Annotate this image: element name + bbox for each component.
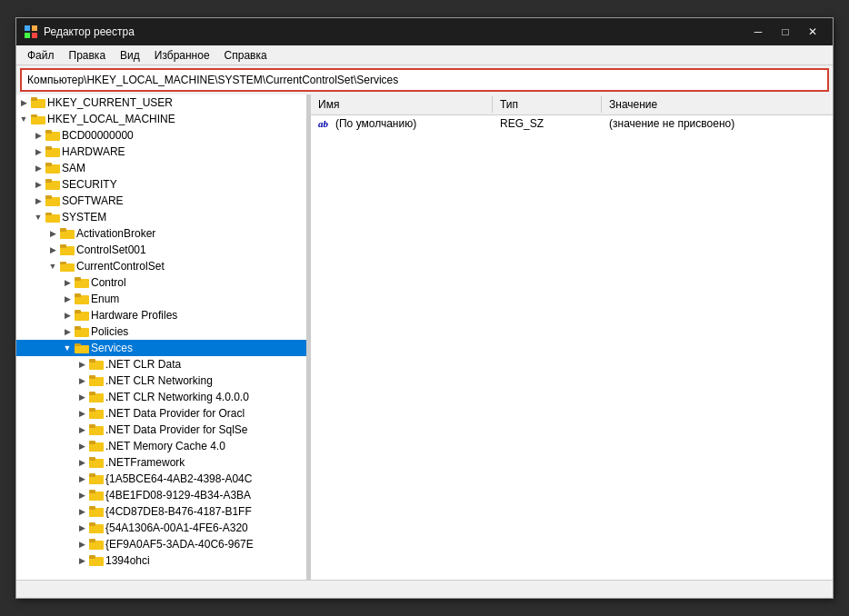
expander-ohci[interactable]: ▶ bbox=[75, 553, 89, 568]
address-bar[interactable]: Компьютер\HKEY_LOCAL_MACHINE\SYSTEM\Curr… bbox=[20, 68, 829, 92]
tree-item-ohci[interactable]: ▶ 1394ohci bbox=[16, 552, 306, 569]
title-buttons: ─ □ ✕ bbox=[745, 23, 825, 41]
folder-icon bbox=[45, 194, 60, 207]
expander-policies[interactable]: ▶ bbox=[60, 324, 75, 339]
tree-item-services[interactable]: ▼ Services bbox=[16, 340, 306, 356]
expander-netdataoracle[interactable]: ▶ bbox=[75, 406, 89, 421]
expander-guid5[interactable]: ▶ bbox=[75, 537, 89, 551]
expander-enum[interactable]: ▶ bbox=[60, 292, 75, 306]
svg-rect-28 bbox=[61, 264, 74, 271]
tree-item-netframework[interactable]: ▶ .NETFramework bbox=[16, 454, 306, 471]
menu-item-правка[interactable]: Правка bbox=[62, 47, 114, 64]
cell-name: ab(По умолчанию) bbox=[311, 116, 493, 131]
tree-item-enum[interactable]: ▶ Enum bbox=[16, 291, 306, 307]
svg-rect-21 bbox=[46, 215, 59, 222]
svg-rect-61 bbox=[89, 522, 95, 526]
menu-item-избранное[interactable]: Избранное bbox=[147, 47, 217, 64]
tree-label-guid4: {54A1306A-00A1-4FE6-A320 bbox=[105, 522, 248, 534]
tree-item-guid4[interactable]: ▶ {54A1306A-00A1-4FE6-A320 bbox=[16, 520, 306, 536]
svg-rect-7 bbox=[31, 114, 37, 117]
expander-security[interactable]: ▶ bbox=[31, 177, 45, 192]
expander-currentcontrolset[interactable]: ▼ bbox=[45, 259, 60, 273]
expander-guid3[interactable]: ▶ bbox=[75, 504, 89, 519]
expander-netclrdata[interactable]: ▶ bbox=[75, 357, 89, 372]
svg-rect-0 bbox=[25, 25, 30, 31]
tree-item-netclrnet4[interactable]: ▶ .NET CLR Networking 4.0.0.0 bbox=[16, 389, 306, 405]
tree-item-system[interactable]: ▼ SYSTEM bbox=[16, 209, 306, 225]
expander-services[interactable]: ▼ bbox=[60, 341, 75, 355]
col-header-value[interactable]: Значение bbox=[602, 96, 833, 113]
expander-hardware[interactable]: ▶ bbox=[31, 144, 45, 159]
expander-netframework[interactable]: ▶ bbox=[75, 455, 89, 470]
expander-hkcu[interactable]: ▶ bbox=[16, 95, 31, 110]
expander-netclrnet[interactable]: ▶ bbox=[75, 373, 89, 388]
expander-netdatasql[interactable]: ▶ bbox=[75, 422, 89, 437]
tree-label-security: SECURITY bbox=[62, 178, 117, 191]
tree-item-hwprofiles[interactable]: ▶ Hardware Profiles bbox=[16, 307, 306, 323]
folder-icon bbox=[75, 293, 89, 305]
folder-icon bbox=[45, 178, 60, 191]
tree-item-netdataoracle[interactable]: ▶ .NET Data Provider for Oracl bbox=[16, 405, 306, 422]
tree-item-security[interactable]: ▶ SECURITY bbox=[16, 176, 306, 193]
expander-system[interactable]: ▼ bbox=[31, 210, 45, 224]
menu-item-файл[interactable]: Файл bbox=[20, 47, 62, 64]
folder-icon bbox=[89, 374, 104, 387]
tree-item-hkcu[interactable]: ▶ HKEY_CURRENT_USER bbox=[16, 94, 306, 111]
svg-rect-32 bbox=[75, 293, 81, 297]
detail-header: Имя Тип Значение bbox=[311, 94, 833, 115]
tree-item-netdatasql[interactable]: ▶ .NET Data Provider for SqlSe bbox=[16, 422, 306, 438]
expander-activationbroker[interactable]: ▶ bbox=[45, 226, 60, 241]
tree-item-guid3[interactable]: ▶ {4CD87DE8-B476-4187-B1FF bbox=[16, 503, 306, 520]
expander-sam[interactable]: ▶ bbox=[31, 161, 45, 175]
expander-software[interactable]: ▶ bbox=[31, 194, 45, 208]
folder-icon bbox=[89, 472, 104, 485]
tree-item-netclrnet[interactable]: ▶ .NET CLR Networking bbox=[16, 373, 306, 389]
tree-label-policies: Policies bbox=[91, 325, 128, 338]
expander-guid4[interactable]: ▶ bbox=[75, 521, 89, 535]
tree-item-bcd[interactable]: ▶ BCD00000000 bbox=[16, 127, 306, 144]
expander-hklm[interactable]: ▼ bbox=[16, 112, 31, 126]
tree-item-hardware[interactable]: ▶ HARDWARE bbox=[16, 144, 306, 160]
svg-rect-2 bbox=[25, 33, 30, 38]
tree-item-activationbroker[interactable]: ▶ ActivationBroker bbox=[16, 225, 306, 242]
minimize-button[interactable]: ─ bbox=[745, 23, 771, 41]
maximize-button[interactable]: □ bbox=[773, 23, 798, 41]
svg-rect-23 bbox=[60, 228, 66, 232]
expander-bcd[interactable]: ▶ bbox=[31, 128, 45, 143]
tree-item-control[interactable]: ▶ Control bbox=[16, 274, 306, 291]
svg-rect-25 bbox=[60, 244, 66, 248]
expander-control[interactable]: ▶ bbox=[60, 275, 75, 290]
expander-hwprofiles[interactable]: ▶ bbox=[60, 308, 75, 323]
table-row[interactable]: ab(По умолчанию)REG_SZ(значение не присв… bbox=[311, 115, 833, 132]
tree-item-policies[interactable]: ▶ Policies bbox=[16, 323, 306, 340]
tree-item-controlset001[interactable]: ▶ ControlSet001 bbox=[16, 242, 306, 258]
menu-item-справка[interactable]: Справка bbox=[217, 47, 275, 64]
tree-item-netclrdata[interactable]: ▶ .NET CLR Data bbox=[16, 356, 306, 373]
tree-item-netmemcache[interactable]: ▶ .NET Memory Cache 4.0 bbox=[16, 438, 306, 454]
expander-controlset001[interactable]: ▶ bbox=[45, 243, 60, 257]
tree-item-software[interactable]: ▶ SOFTWARE bbox=[16, 193, 306, 209]
detail-pane[interactable]: Имя Тип Значение ab(По умолчанию)REG_SZ(… bbox=[311, 94, 833, 580]
tree-item-guid2[interactable]: ▶ {4BE1FD08-9129-4B34-A3BA bbox=[16, 487, 306, 503]
tree-item-sam[interactable]: ▶ SAM bbox=[16, 160, 306, 176]
tree-label-hwprofiles: Hardware Profiles bbox=[91, 309, 177, 322]
expander-guid1[interactable]: ▶ bbox=[75, 472, 89, 486]
col-header-type[interactable]: Тип bbox=[493, 96, 602, 113]
tree-pane[interactable]: ▶ HKEY_CURRENT_USER▼ HKEY_LOCAL_MACHINE▶… bbox=[16, 94, 307, 580]
expander-netclrnet4[interactable]: ▶ bbox=[75, 390, 89, 404]
col-header-name[interactable]: Имя bbox=[311, 96, 493, 113]
menu-item-вид[interactable]: Вид bbox=[113, 47, 147, 64]
svg-rect-18 bbox=[45, 195, 52, 199]
tree-item-guid1[interactable]: ▶ {1A5BCE64-4AB2-4398-A04C bbox=[16, 471, 306, 487]
content-area: ▶ HKEY_CURRENT_USER▼ HKEY_LOCAL_MACHINE▶… bbox=[16, 94, 833, 580]
close-button[interactable]: ✕ bbox=[800, 23, 825, 41]
expander-guid2[interactable]: ▶ bbox=[75, 488, 89, 502]
expander-netmemcache[interactable]: ▶ bbox=[75, 439, 89, 453]
tree-item-currentcontrolset[interactable]: ▼ CurrentControlSet bbox=[16, 258, 306, 274]
tree-item-guid5[interactable]: ▶ {EF9A0AF5-3ADA-40C6-967E bbox=[16, 536, 306, 552]
svg-rect-20 bbox=[45, 213, 52, 215]
tree-label-hkcu: HKEY_CURRENT_USER bbox=[47, 96, 173, 109]
folder-icon bbox=[60, 227, 75, 240]
tree-item-hklm[interactable]: ▼ HKEY_LOCAL_MACHINE bbox=[16, 111, 306, 127]
tree-label-netmemcache: .NET Memory Cache 4.0 bbox=[105, 440, 225, 452]
